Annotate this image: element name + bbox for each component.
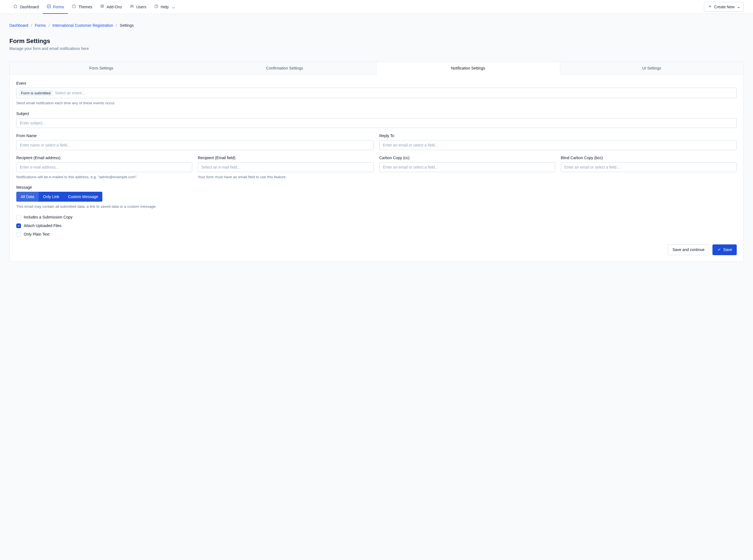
- card-footer: Save and continue Save: [9, 244, 744, 261]
- field-cc: Carbon Copy (cc): [379, 156, 555, 180]
- palette-icon: [72, 4, 76, 9]
- top-nav: Dashboard Forms Themes Add-Ons Users: [0, 0, 753, 14]
- breadcrumb: Dashboard / Forms / International Custom…: [9, 23, 744, 27]
- reply-to-label: Reply To: [379, 134, 737, 138]
- bcc-input[interactable]: [561, 162, 737, 172]
- from-name-input[interactable]: [16, 140, 374, 150]
- check-list: Includes a Submission Copy Attach Upload…: [16, 215, 737, 237]
- nav-label: Forms: [53, 5, 64, 9]
- recipient-address-input[interactable]: [16, 162, 192, 172]
- message-segmented: All Data Only Link Custom Message: [16, 192, 102, 202]
- recipient-address-label: Recipient (Email address): [16, 156, 192, 160]
- breadcrumb-form-name[interactable]: International Customer Registration: [53, 23, 113, 27]
- checkbox-checked-icon: [16, 223, 21, 228]
- reply-to-input[interactable]: [379, 140, 737, 150]
- svg-point-6: [132, 5, 133, 6]
- nav-help[interactable]: Help: [150, 0, 178, 14]
- checkbox-icon: [16, 232, 21, 237]
- page-head: Form Settings Manage your form and email…: [9, 38, 744, 51]
- recipient-field-input[interactable]: [198, 162, 374, 172]
- page-container: Dashboard / Forms / International Custom…: [0, 14, 753, 273]
- tab-body: Event Form is submitted Select an event.…: [9, 75, 744, 244]
- save-and-continue-button[interactable]: Save and continue: [668, 244, 709, 255]
- tabs: Form Settings Confirmation Settings Noti…: [9, 62, 744, 75]
- breadcrumb-forms[interactable]: Forms: [35, 23, 46, 27]
- tab-notification-settings[interactable]: Notification Settings: [376, 62, 560, 75]
- recipient-field-hint: Your form must have an email field to us…: [198, 174, 374, 180]
- page-title: Form Settings: [9, 38, 744, 45]
- field-reply-to: Reply To: [379, 134, 737, 150]
- field-event: Event Form is submitted Select an event.…: [16, 81, 737, 106]
- page-subtitle: Manage your form and email notifications…: [9, 46, 744, 51]
- save-label: Save: [723, 247, 732, 252]
- field-subject: Subject: [16, 112, 737, 128]
- tab-ui-settings[interactable]: UI Settings: [560, 62, 744, 74]
- settings-card: Form Settings Confirmation Settings Noti…: [9, 62, 744, 261]
- nav-label: Dashboard: [20, 5, 39, 9]
- breadcrumb-dashboard[interactable]: Dashboard: [9, 23, 28, 27]
- nav-addons[interactable]: Add-Ons: [96, 0, 126, 14]
- check-attach-files[interactable]: Attach Uploaded Files: [16, 223, 737, 228]
- help-icon: [154, 4, 159, 9]
- field-recipient-field: Recipient (Email field) Your form must h…: [198, 156, 374, 180]
- create-new-label: Create New: [714, 5, 734, 9]
- users-icon: [130, 4, 134, 9]
- from-name-label: From Name: [16, 134, 374, 138]
- create-new-button[interactable]: Create New: [704, 2, 744, 12]
- event-input[interactable]: Form is submitted Select an event...: [16, 88, 737, 98]
- nav-users[interactable]: Users: [126, 0, 150, 14]
- nav-label: Users: [136, 5, 146, 9]
- field-recipient-address: Recipient (Email address) Notifications …: [16, 156, 192, 180]
- check-plain-text[interactable]: Only Plain Text: [16, 232, 737, 237]
- puzzle-icon: [100, 4, 104, 9]
- nav-label: Themes: [78, 5, 93, 9]
- plus-icon: [708, 4, 712, 9]
- recipient-address-hint: Notifications will be e-mailed to this a…: [16, 174, 192, 180]
- event-placeholder: Select an event...: [55, 91, 85, 95]
- event-hint: Send email notification each time any of…: [16, 100, 737, 106]
- message-option-all-data[interactable]: All Data: [16, 192, 39, 202]
- home-icon: [13, 4, 18, 9]
- nav-left: Dashboard Forms Themes Add-Ons Users: [9, 0, 178, 14]
- breadcrumb-separator: /: [116, 23, 117, 27]
- tab-confirmation-settings[interactable]: Confirmation Settings: [193, 62, 376, 74]
- subject-label: Subject: [16, 112, 737, 116]
- svg-point-2: [73, 6, 74, 6]
- message-option-only-link[interactable]: Only Link: [39, 192, 63, 202]
- field-bcc: Blind Carbon Copy (bcc): [561, 156, 737, 180]
- recipient-field-label: Recipient (Email field): [198, 156, 374, 160]
- svg-point-3: [74, 5, 74, 6]
- chevron-down-icon: [171, 5, 174, 8]
- checkbox-icon: [16, 215, 21, 220]
- check-icon: [717, 247, 721, 252]
- chevron-down-icon: [737, 5, 739, 8]
- breadcrumb-current: Settings: [120, 23, 134, 27]
- breadcrumb-separator: /: [31, 23, 32, 27]
- message-label: Message: [16, 185, 737, 189]
- nav-dashboard[interactable]: Dashboard: [9, 0, 43, 14]
- tab-form-settings[interactable]: Form Settings: [9, 62, 193, 74]
- check-submission-copy[interactable]: Includes a Submission Copy: [16, 215, 737, 220]
- svg-point-1: [72, 5, 76, 8]
- save-button[interactable]: Save: [712, 244, 737, 255]
- subject-input[interactable]: [16, 118, 737, 128]
- field-message: Message All Data Only Link Custom Messag…: [16, 185, 737, 209]
- breadcrumb-separator: /: [48, 23, 50, 27]
- cc-label: Carbon Copy (cc): [379, 156, 555, 160]
- nav-label: Add-Ons: [107, 5, 122, 9]
- check-label: Attach Uploaded Files: [24, 223, 62, 228]
- check-square-icon: [47, 4, 51, 9]
- nav-forms[interactable]: Forms: [43, 0, 68, 14]
- save-continue-label: Save and continue: [672, 247, 705, 252]
- message-hint: This email may contain all submitted dat…: [16, 204, 737, 209]
- check-label: Only Plain Text: [24, 232, 49, 236]
- message-option-custom[interactable]: Custom Message: [63, 192, 102, 202]
- cc-input[interactable]: [379, 162, 555, 172]
- svg-point-4: [75, 6, 75, 6]
- field-from-name: From Name: [16, 134, 374, 150]
- event-tag[interactable]: Form is submitted: [19, 90, 53, 96]
- nav-themes[interactable]: Themes: [68, 0, 96, 14]
- nav-label: Help: [161, 5, 169, 9]
- svg-point-5: [131, 5, 132, 6]
- event-label: Event: [16, 81, 737, 85]
